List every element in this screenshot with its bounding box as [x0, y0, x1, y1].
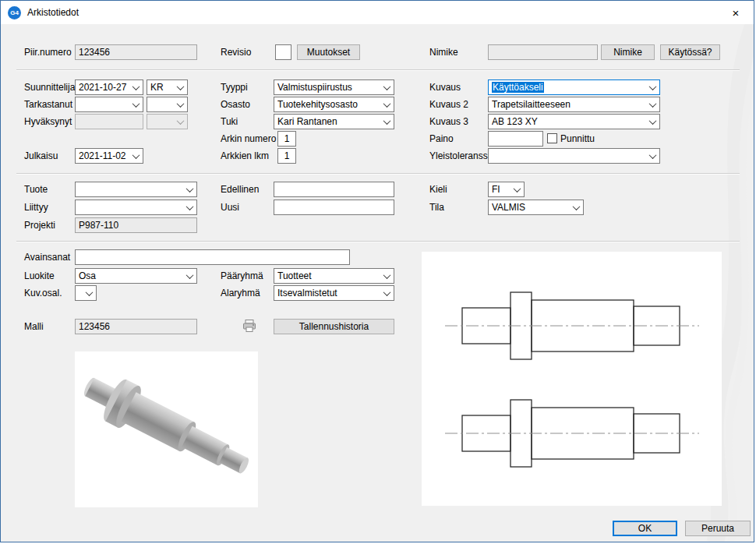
shaft-drawing	[422, 252, 722, 506]
julkaisu-label: Julkaisu	[24, 150, 58, 162]
osasto-combo[interactable]: Tuotekehitysosasto	[274, 97, 394, 112]
chevron-down-icon	[174, 98, 186, 111]
drawing-2d-preview	[422, 252, 722, 506]
projekti-label: Projekti	[24, 219, 55, 231]
paaryhma-combo[interactable]: Tuotteet	[274, 268, 394, 284]
tila-value: VALMIS	[492, 202, 569, 214]
edellinen-label: Edellinen	[221, 183, 259, 196]
nimike-button[interactable]: Nimike	[601, 44, 655, 60]
chevron-down-icon	[646, 115, 659, 128]
projekti-field[interactable]	[75, 217, 197, 233]
arkkien-lkm-label: Arkkien lkm	[221, 150, 269, 162]
uusi-field[interactable]	[274, 200, 394, 215]
tarkastanut-label: Tarkastanut	[24, 98, 72, 111]
suunnittelija-initials-combo[interactable]: KR	[147, 79, 188, 95]
alaryhma-combo[interactable]: Itsevalmistetut	[274, 285, 394, 301]
chevron-down-icon	[174, 81, 186, 94]
avainsanat-label: Avainsanat	[24, 251, 70, 263]
luokite-combo[interactable]: Osa	[75, 268, 197, 284]
luokite-label: Luokite	[24, 270, 55, 282]
revisio-field[interactable]	[275, 44, 291, 60]
yleistoleranssi-value	[492, 150, 645, 163]
kuvaus3-value: AB 123 XY	[492, 116, 645, 129]
hyvaksynyt-label: Hyväksynyt	[24, 115, 72, 128]
kieli-combo[interactable]: FI	[488, 182, 525, 197]
kieli-value: FI	[492, 184, 510, 196]
chevron-down-icon	[510, 183, 523, 196]
arkin-numero-label: Arkin numero	[221, 132, 276, 145]
alaryhma-value: Itsevalmistetut	[277, 288, 380, 300]
piir-numero-field[interactable]	[75, 44, 197, 60]
tuote-combo[interactable]	[75, 182, 197, 197]
liittyy-value	[79, 202, 182, 214]
tallennushistoria-button[interactable]: Tallennushistoria	[274, 319, 394, 334]
avainsanat-field[interactable]	[75, 249, 350, 265]
punnittu-label: Punnittu	[560, 132, 595, 145]
peruuta-button[interactable]: Peruuta	[685, 521, 751, 536]
arkkien-lkm-field[interactable]	[277, 148, 296, 164]
uusi-label: Uusi	[221, 201, 239, 214]
tyyppi-label: Tyyppi	[221, 81, 248, 94]
kuvaus2-combo[interactable]: Trapetsilaitteeseen	[488, 97, 660, 112]
chevron-down-icon	[183, 270, 196, 282]
julkaisu-combo[interactable]: 2021-11-02	[75, 148, 143, 164]
tarkastanut-date-combo[interactable]	[75, 97, 143, 112]
suunnittelija-date-value: 2021-10-27	[79, 82, 129, 94]
malli-field[interactable]	[75, 319, 197, 334]
ok-button[interactable]: OK	[613, 521, 677, 536]
osasto-label: Osasto	[221, 98, 250, 111]
arkin-numero-field[interactable]	[277, 131, 296, 147]
titlebar: G4 Arkistotiedot ×	[1, 1, 754, 24]
punnittu-checkbox[interactable]	[547, 133, 557, 143]
alaryhma-label: Alaryhmä	[221, 287, 260, 299]
tarkastanut-initials-value	[150, 99, 173, 111]
luokite-value: Osa	[79, 270, 182, 283]
muutokset-button[interactable]: Muutokset	[297, 44, 360, 60]
chevron-down-icon	[380, 115, 393, 128]
liittyy-combo[interactable]	[75, 200, 197, 215]
tarkastanut-initials-combo[interactable]	[147, 97, 188, 112]
kuvosal-value	[79, 288, 82, 300]
nimike-field[interactable]	[488, 44, 598, 60]
yleistoleranssi-combo[interactable]	[488, 148, 660, 164]
chevron-down-icon	[646, 81, 659, 94]
chevron-down-icon	[380, 270, 393, 282]
suunnittelija-date-combo[interactable]: 2021-10-27	[75, 79, 143, 95]
separator-2	[16, 173, 740, 174]
g4-app-icon: G4	[8, 6, 21, 19]
suunnittelija-label: Suunnittelija	[24, 81, 75, 94]
window-title: Arkistotiedot	[27, 7, 79, 18]
close-button[interactable]: ×	[718, 1, 754, 24]
julkaisu-value: 2021-11-02	[79, 150, 129, 163]
tila-combo[interactable]: VALMIS	[488, 200, 584, 215]
edellinen-field[interactable]	[274, 182, 394, 197]
chevron-down-icon	[380, 287, 393, 299]
hyvaksynyt-initials-combo	[147, 114, 188, 129]
kuvosal-combo[interactable]	[75, 285, 97, 301]
chevron-down-icon	[129, 150, 142, 162]
chevron-down-icon	[129, 81, 142, 94]
chevron-down-icon	[183, 201, 196, 214]
tyyppi-combo[interactable]: Valmistuspiirustus	[274, 79, 394, 95]
close-icon: ×	[733, 6, 740, 19]
chevron-down-icon	[174, 115, 186, 128]
tuki-label: Tuki	[221, 115, 238, 128]
kaytossa-button[interactable]: Käytössä?	[660, 44, 720, 60]
chevron-down-icon	[129, 98, 142, 111]
piir-numero-label: Piir.numero	[24, 46, 72, 58]
tuki-combo[interactable]: Kari Rantanen	[274, 114, 394, 129]
malli-label: Malli	[24, 320, 44, 333]
tila-label: Tila	[429, 201, 444, 214]
kuvaus-combo[interactable]: Käyttöakseli	[488, 79, 660, 95]
shaft-3d-render	[75, 351, 258, 507]
print-icon[interactable]	[242, 319, 256, 333]
kuvaus3-label: Kuvaus 3	[429, 115, 468, 128]
paino-field[interactable]	[488, 131, 543, 147]
kuvaus3-combo[interactable]: AB 123 XY	[488, 114, 660, 129]
model-3d-preview	[75, 351, 258, 507]
revisio-label: Revisio	[221, 46, 251, 58]
paaryhma-value: Tuotteet	[277, 270, 380, 283]
kuvaus-value: Käyttöakseli	[492, 82, 645, 94]
tyyppi-value: Valmistuspiirustus	[277, 82, 380, 94]
separator-3	[16, 241, 740, 242]
